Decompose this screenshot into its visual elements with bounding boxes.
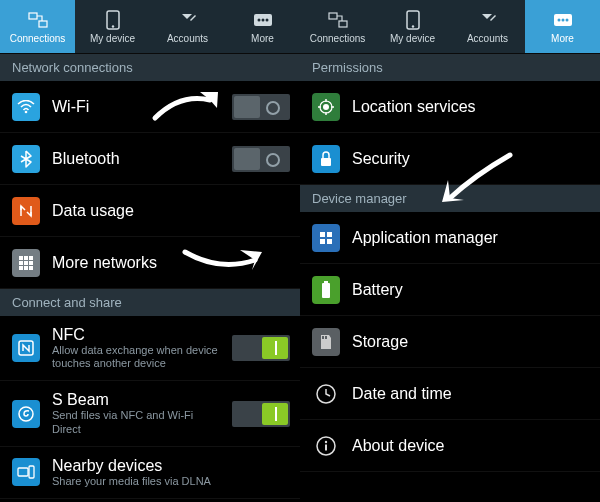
apps-icon — [312, 224, 340, 252]
accounts-icon — [177, 9, 199, 31]
row-title: Bluetooth — [52, 150, 220, 168]
row-nfc[interactable]: NFC Allow data exchange when device touc… — [0, 316, 300, 381]
section-network-connections: Network connections — [0, 54, 300, 81]
svg-rect-1 — [39, 21, 47, 27]
row-title: Battery — [352, 281, 590, 299]
svg-point-5 — [257, 19, 260, 22]
svg-rect-36 — [327, 239, 332, 244]
row-title: Wi-Fi — [52, 98, 220, 116]
storage-icon — [312, 328, 340, 356]
svg-point-29 — [565, 19, 568, 22]
row-storage[interactable]: Storage — [300, 316, 600, 368]
row-security[interactable]: Security — [300, 133, 600, 185]
tab-connections[interactable]: Connections — [0, 0, 75, 53]
svg-rect-23 — [339, 21, 347, 27]
wifi-toggle[interactable] — [232, 94, 290, 120]
info-icon — [312, 432, 340, 460]
svg-rect-21 — [29, 466, 34, 478]
svg-rect-12 — [19, 261, 23, 265]
data-usage-icon — [12, 197, 40, 225]
svg-point-30 — [323, 104, 329, 110]
svg-rect-35 — [320, 239, 325, 244]
row-subtitle: Allow data exchange when device touches … — [52, 344, 220, 370]
settings-left-panel: Connections My device Accounts More — [0, 0, 300, 502]
svg-rect-37 — [324, 281, 328, 283]
tab-accounts[interactable]: Accounts — [450, 0, 525, 53]
sbeam-toggle[interactable] — [232, 401, 290, 427]
svg-rect-11 — [29, 256, 33, 260]
device-icon — [102, 9, 124, 31]
bluetooth-icon — [12, 145, 40, 173]
row-title: Location services — [352, 98, 590, 116]
svg-point-7 — [265, 19, 268, 22]
bluetooth-toggle[interactable] — [232, 146, 290, 172]
row-more-networks[interactable]: More networks — [0, 237, 300, 289]
row-title: Nearby devices — [52, 457, 290, 475]
row-date-time[interactable]: Date and time — [300, 368, 600, 420]
tab-label: Connections — [310, 33, 366, 44]
svg-point-8 — [25, 110, 28, 113]
svg-rect-14 — [29, 261, 33, 265]
svg-rect-22 — [329, 13, 337, 19]
row-data-usage[interactable]: Data usage — [0, 185, 300, 237]
svg-rect-32 — [321, 158, 331, 166]
battery-icon — [312, 276, 340, 304]
tabs-left: Connections My device Accounts More — [0, 0, 300, 54]
section-permissions: Permissions — [300, 54, 600, 81]
row-title: S Beam — [52, 391, 220, 409]
tabs-right: Connections My device Accounts More — [300, 0, 600, 54]
connections-icon — [327, 9, 349, 31]
row-location-services[interactable]: Location services — [300, 81, 600, 133]
tab-label: Connections — [10, 33, 66, 44]
svg-rect-40 — [325, 336, 327, 339]
nearby-icon — [12, 458, 40, 486]
tab-my-device[interactable]: My device — [75, 0, 150, 53]
svg-rect-0 — [29, 13, 37, 19]
tab-label: More — [251, 33, 274, 44]
row-bluetooth[interactable]: Bluetooth — [0, 133, 300, 185]
tab-connections[interactable]: Connections — [300, 0, 375, 53]
row-nearby-devices[interactable]: Nearby devices Share your media files vi… — [0, 447, 300, 499]
tab-more[interactable]: More — [525, 0, 600, 53]
svg-point-43 — [325, 440, 327, 442]
row-title: About device — [352, 437, 590, 455]
row-application-manager[interactable]: Application manager — [300, 212, 600, 264]
svg-rect-10 — [24, 256, 28, 260]
svg-rect-16 — [24, 266, 28, 270]
tab-more[interactable]: More — [225, 0, 300, 53]
svg-rect-13 — [24, 261, 28, 265]
svg-rect-44 — [325, 444, 327, 450]
svg-point-19 — [19, 407, 33, 421]
row-title: Date and time — [352, 385, 590, 403]
row-title: NFC — [52, 326, 220, 344]
location-icon — [312, 93, 340, 121]
row-about-device[interactable]: About device — [300, 420, 600, 472]
section-device-manager: Device manager — [300, 185, 600, 212]
row-wifi[interactable]: Wi-Fi — [0, 81, 300, 133]
svg-point-6 — [261, 19, 264, 22]
tab-label: More — [551, 33, 574, 44]
svg-rect-38 — [322, 283, 330, 298]
tab-label: Accounts — [467, 33, 508, 44]
svg-rect-9 — [19, 256, 23, 260]
row-subtitle: Share your media files via DLNA — [52, 475, 290, 488]
wifi-icon — [12, 93, 40, 121]
tab-my-device[interactable]: My device — [375, 0, 450, 53]
row-title: Data usage — [52, 202, 290, 220]
row-title: Storage — [352, 333, 590, 351]
tab-accounts[interactable]: Accounts — [150, 0, 225, 53]
device-icon — [402, 9, 424, 31]
row-title: More networks — [52, 254, 290, 272]
nfc-toggle[interactable] — [232, 335, 290, 361]
svg-point-27 — [557, 19, 560, 22]
svg-rect-39 — [322, 336, 324, 339]
svg-rect-33 — [320, 232, 325, 237]
tab-label: My device — [90, 33, 135, 44]
tab-label: Accounts — [167, 33, 208, 44]
row-battery[interactable]: Battery — [300, 264, 600, 316]
grid-icon — [12, 249, 40, 277]
svg-point-25 — [411, 25, 413, 27]
svg-point-28 — [561, 19, 564, 22]
svg-rect-34 — [327, 232, 332, 237]
row-sbeam[interactable]: S Beam Send files via NFC and Wi-Fi Dire… — [0, 381, 300, 446]
